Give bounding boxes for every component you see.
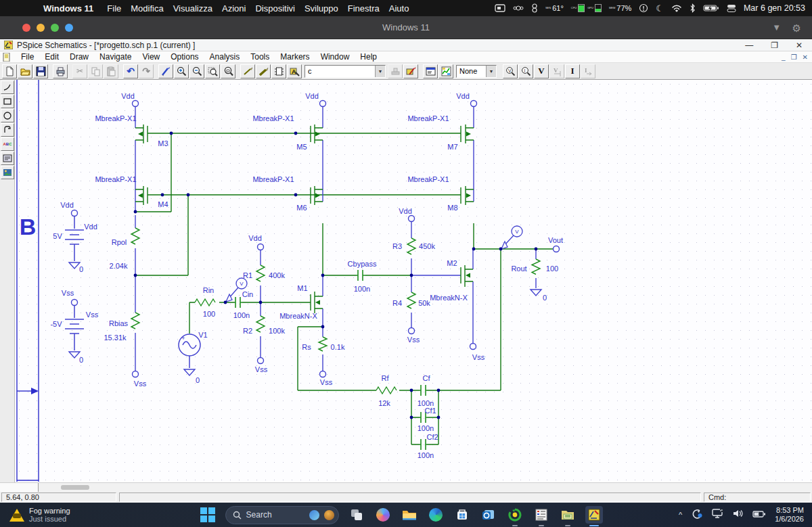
- microsoft-store-button[interactable]: [453, 506, 471, 524]
- terminal-vss[interactable]: [72, 300, 78, 306]
- mosfet-m8[interactable]: [461, 186, 474, 205]
- terminal-vdd[interactable]: [409, 216, 415, 222]
- schematic-label[interactable]: Vdd: [84, 223, 97, 231]
- part-name-combo[interactable]: c ▼: [304, 65, 386, 78]
- pspice-menu-markers[interactable]: Markers: [275, 51, 315, 62]
- tray-chevron-icon[interactable]: ^: [679, 511, 682, 519]
- new-button[interactable]: [2, 64, 17, 78]
- draw-text-tool[interactable]: ABC: [1, 137, 14, 151]
- schematic-label[interactable]: 5V: [53, 232, 62, 240]
- horizontal-scrollbar[interactable]: [0, 482, 812, 492]
- pspice-menu-draw[interactable]: Draw: [64, 51, 94, 62]
- schematic-label[interactable]: Vdd: [248, 234, 262, 242]
- ground-0[interactable]: [69, 352, 80, 358]
- draw-bus-button[interactable]: [256, 64, 271, 78]
- run-pspice-button[interactable]: [438, 64, 453, 78]
- schematic-label[interactable]: 100n: [354, 285, 370, 293]
- schematic-label[interactable]: Cin: [242, 290, 254, 298]
- schematic-label[interactable]: Vss: [255, 365, 268, 373]
- copilot-button[interactable]: [374, 506, 392, 524]
- terminal-vdd[interactable]: [133, 101, 139, 107]
- schematic-label[interactable]: 100n: [418, 424, 434, 432]
- schematic-label[interactable]: M8: [447, 204, 457, 212]
- mosfet-m6[interactable]: [311, 186, 323, 205]
- draw-wire-button[interactable]: [240, 64, 255, 78]
- wires[interactable]: [135, 133, 553, 444]
- weather-widget[interactable]: Fog warning Just issued: [9, 507, 70, 523]
- schematic-label[interactable]: MbreakP-X1: [407, 114, 449, 122]
- capacitor-cf[interactable]: [420, 385, 427, 396]
- search-box[interactable]: Search: [225, 506, 339, 524]
- virtualization-icon[interactable]: [495, 4, 505, 12]
- bluetooth-icon[interactable]: [690, 3, 696, 13]
- schematic-label[interactable]: 100n: [418, 451, 434, 459]
- schematic-label[interactable]: Cbypass: [348, 260, 377, 268]
- taskbar-clock[interactable]: 8:53 PM 1/6/2026: [775, 506, 804, 524]
- schematic-label[interactable]: M6: [296, 204, 307, 212]
- start-button[interactable]: [199, 506, 217, 524]
- capacitor-cin[interactable]: [234, 297, 242, 308]
- pspice-menu-file[interactable]: File: [16, 51, 39, 62]
- memory-status[interactable]: MEM 77%: [609, 4, 631, 12]
- mosfet-m4[interactable]: [135, 186, 152, 205]
- schematic-label[interactable]: 450k: [419, 242, 435, 250]
- schematic-label[interactable]: R4: [392, 299, 402, 307]
- schematic-label[interactable]: Cf2: [426, 433, 438, 441]
- network-display-icon[interactable]: [712, 509, 724, 521]
- schematic-label[interactable]: 400k: [269, 271, 285, 279]
- schematic-label[interactable]: Rout: [511, 265, 526, 273]
- print-button[interactable]: [53, 64, 68, 78]
- viewpoint-output[interactable]: [501, 226, 522, 249]
- schematic-label[interactable]: 100: [203, 310, 215, 318]
- mac-menu-sviluppo[interactable]: Sviluppo: [304, 3, 338, 14]
- viewpoint-current-button[interactable]: I: [518, 64, 533, 78]
- paste-button[interactable]: [104, 64, 118, 78]
- mosfet-m5[interactable]: [311, 124, 323, 143]
- terminal-vout[interactable]: [554, 246, 560, 252]
- schematic-label[interactable]: R3: [392, 242, 402, 250]
- schematic-label[interactable]: MbreakP-X1: [95, 175, 136, 183]
- mac-active-app-name[interactable]: Windows 11: [43, 3, 93, 14]
- viewpoint-voltage-button[interactable]: V: [503, 64, 518, 78]
- schematic-label[interactable]: Vdd: [121, 92, 135, 100]
- draw-circle-tool[interactable]: [1, 109, 14, 122]
- battery-vss-minus5v[interactable]: [65, 306, 84, 350]
- schematic-label[interactable]: 0: [79, 356, 83, 364]
- schematic-label[interactable]: M2: [447, 259, 457, 267]
- schematic-label[interactable]: +: [181, 335, 185, 342]
- resistor-r1[interactable]: [256, 265, 265, 281]
- schematic-label[interactable]: 0: [196, 376, 200, 384]
- mosfet-m2[interactable]: [461, 265, 473, 287]
- mac-menu-aiuto[interactable]: Aiuto: [389, 3, 409, 14]
- edit-symbol-button[interactable]: [403, 64, 418, 78]
- pspice-schematics-button[interactable]: [585, 506, 603, 524]
- draw-block-button[interactable]: [271, 64, 286, 78]
- schematic-label[interactable]: Vss: [134, 380, 147, 388]
- schematic-label[interactable]: Cf1: [424, 407, 436, 415]
- mac-menu-finestra[interactable]: Finestra: [348, 3, 380, 14]
- resistor-r2[interactable]: [256, 316, 265, 332]
- schematic-label[interactable]: Rbias: [109, 319, 129, 327]
- pspice-menu-options[interactable]: Options: [165, 51, 204, 62]
- keys-status-icon[interactable]: [513, 5, 524, 12]
- simulation-setup-button[interactable]: [423, 64, 438, 78]
- schematic-label[interactable]: M5: [296, 143, 307, 151]
- alert-icon[interactable]: [639, 3, 648, 13]
- zoom-in-button[interactable]: [174, 64, 189, 78]
- terminal-vss[interactable]: [409, 328, 415, 334]
- schematic-label[interactable]: Vdd: [456, 92, 470, 100]
- draw-wire-pencil-button[interactable]: [158, 64, 173, 78]
- schematic-label[interactable]: R1: [243, 271, 252, 279]
- schematic-label[interactable]: MbreakP-X1: [252, 114, 294, 122]
- capacitor-cbypass[interactable]: [357, 270, 365, 281]
- schematic-label[interactable]: M3: [158, 139, 168, 147]
- cpu-gpu-meters[interactable]: CPU GPU: [571, 4, 602, 12]
- focus-moon-icon[interactable]: ☾: [656, 3, 664, 14]
- cut-button[interactable]: ✂: [72, 64, 87, 78]
- schematic-label[interactable]: 100n: [233, 311, 250, 319]
- current-marker-button[interactable]: I: [565, 64, 580, 78]
- resistor-r3[interactable]: [407, 238, 415, 254]
- schematic-label[interactable]: Vout: [548, 236, 563, 244]
- task-view-button[interactable]: [348, 506, 365, 524]
- combo-dropdown-arrow-icon[interactable]: ▼: [486, 66, 496, 77]
